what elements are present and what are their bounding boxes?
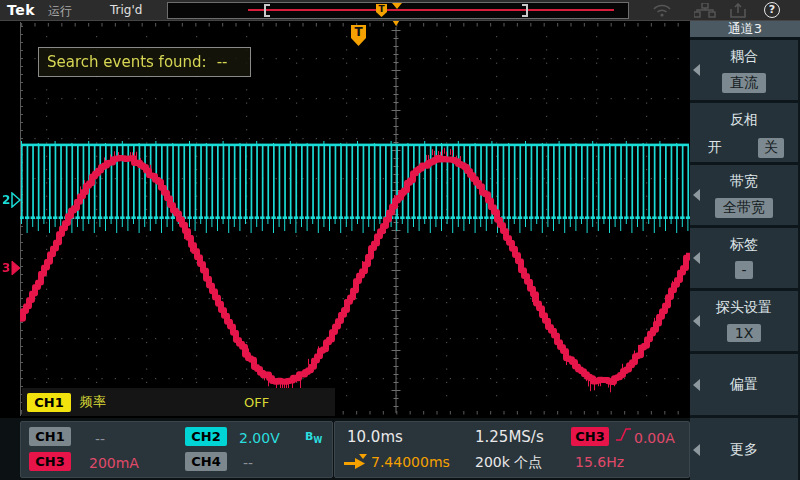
- ch3-badge[interactable]: CH3: [29, 452, 71, 471]
- help-icon[interactable]: ?: [764, 2, 780, 18]
- menu-arrow-icon: [693, 379, 700, 391]
- invert-on-option[interactable]: 开: [704, 138, 726, 158]
- trigger-source-badge[interactable]: CH3: [571, 427, 609, 446]
- ch3-marker-arrow-icon: [11, 260, 22, 276]
- invert-off-option[interactable]: 关: [758, 138, 784, 158]
- ch4-badge[interactable]: CH4: [185, 452, 227, 471]
- menu-section-offset[interactable]: 偏置: [690, 354, 798, 415]
- measurement-value: OFF: [244, 395, 269, 410]
- menu-section-bandwidth[interactable]: 带宽 全带宽: [690, 165, 798, 225]
- ch2-marker-number: 2: [2, 193, 10, 207]
- top-bar: Tek 运行 Trig'd T ?: [0, 0, 800, 21]
- bandwidth-limit-icon: BW: [305, 430, 322, 445]
- coupling-value-button[interactable]: 直流: [722, 73, 766, 93]
- probe-setup-label: 探头设置: [716, 299, 772, 317]
- search-events-text: Search events found:: [47, 53, 207, 71]
- ch2-marker-arrow-icon: [11, 192, 22, 208]
- ch3-scale: 200mA: [89, 455, 139, 471]
- horizontal-scale: 10.0ms: [347, 428, 403, 446]
- menu-arrow-icon: [693, 252, 700, 264]
- side-menu: 通道3 耦合 直流 反相 开 关 带宽 全带宽 标签: [690, 20, 800, 480]
- record-view-bar[interactable]: T: [167, 2, 629, 19]
- menu-arrow-icon: [693, 64, 700, 76]
- bandwidth-label: 带宽: [730, 173, 758, 191]
- probe-setup-value-button[interactable]: 1X: [727, 324, 762, 342]
- ch1-badge[interactable]: CH1: [29, 427, 71, 446]
- menu-section-probe-setup[interactable]: 探头设置 1X: [690, 291, 798, 351]
- trigger-slope-icon: [615, 427, 632, 442]
- offset-label: 偏置: [730, 376, 758, 394]
- record-length: 200k 个点: [475, 454, 542, 472]
- measurement-bar[interactable]: CH1 频率 OFF: [22, 388, 335, 416]
- ch3-marker-number: 3: [2, 261, 10, 275]
- bandwidth-value-button[interactable]: 全带宽: [715, 198, 773, 218]
- search-events-banner: Search events found: --: [38, 47, 251, 77]
- expansion-point-mini-icon: [392, 3, 402, 9]
- menu-arrow-icon: [693, 315, 700, 327]
- tek-logo: Tek: [7, 2, 35, 18]
- menu-section-coupling[interactable]: 耦合 直流: [690, 40, 798, 100]
- channel-readout-panel[interactable]: CH1 -- CH2 2.00V BW CH3 200mA CH4 --: [20, 421, 333, 478]
- menu-arrow-icon: [693, 444, 700, 456]
- label-label: 标签: [730, 236, 758, 254]
- horizontal-trigger-panel[interactable]: 10.0ms 7.44000ms 1.25MS/s 200k 个点 CH3 0.…: [334, 421, 690, 478]
- ch2-scale: 2.00V: [239, 430, 280, 446]
- more-label: 更多: [730, 441, 758, 459]
- share-file-icon[interactable]: [730, 3, 748, 18]
- wifi-icon[interactable]: [652, 3, 672, 17]
- delay-arrow-icon: [343, 453, 369, 470]
- oscilloscope-screen: Tek 运行 Trig'd T ? T 2: [0, 0, 800, 480]
- trigger-level: 0.00A: [634, 430, 675, 446]
- side-menu-title: 通道3: [690, 20, 800, 37]
- record-line: [248, 9, 614, 11]
- acquisition-status: 运行: [48, 3, 72, 20]
- status-bar: CH1 -- CH2 2.00V BW CH3 200mA CH4 -- 10.…: [0, 418, 690, 480]
- horizontal-delay: 7.44000ms: [371, 454, 450, 470]
- ch2-badge[interactable]: CH2: [185, 427, 227, 446]
- lan-network-icon[interactable]: [694, 3, 716, 18]
- coupling-label: 耦合: [730, 48, 758, 66]
- menu-section-invert[interactable]: 反相 开 关: [690, 103, 798, 162]
- search-events-value: --: [217, 53, 228, 71]
- trigger-position-mini-icon[interactable]: T: [376, 4, 387, 17]
- invert-label: 反相: [730, 111, 758, 129]
- window-bracket-right[interactable]: [522, 4, 528, 17]
- ch3-reference-marker[interactable]: 3: [2, 260, 22, 276]
- trigger-status: Trig'd: [110, 3, 142, 17]
- sample-rate: 1.25MS/s: [475, 428, 544, 446]
- measurement-channel-badge: CH1: [27, 393, 71, 412]
- ch1-scale: --: [95, 431, 105, 447]
- menu-arrow-icon: [693, 189, 700, 201]
- window-bracket-left[interactable]: [264, 4, 270, 17]
- ch2-reference-marker[interactable]: 2: [2, 192, 22, 208]
- trigger-frequency: 15.6Hz: [575, 454, 624, 470]
- menu-section-more[interactable]: 更多: [690, 418, 798, 480]
- label-value-button[interactable]: -: [735, 261, 752, 279]
- measurement-label: 频率: [80, 393, 106, 411]
- ch4-scale: --: [243, 455, 253, 471]
- menu-section-label[interactable]: 标签 -: [690, 228, 798, 288]
